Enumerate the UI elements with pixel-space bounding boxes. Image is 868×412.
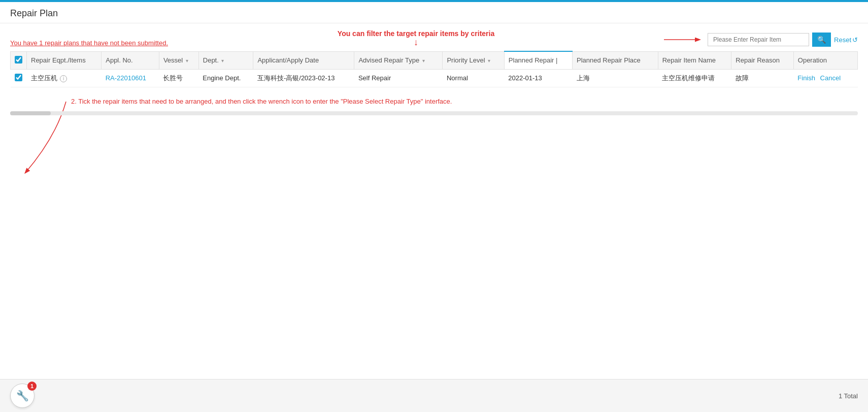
reset-label: Reset [834,36,851,44]
reset-button[interactable]: Reset ↺ [834,36,858,44]
dept-sort-icon[interactable]: ▾ [221,58,224,64]
row-priority-level: Normal [443,69,504,87]
right-arrow-icon [664,35,705,45]
content-area: You have 1 repair plans that have not be… [0,23,868,111]
search-icon: 🔍 [817,36,826,44]
search-section: 🔍 Reset ↺ [664,33,858,47]
row-operation: Finish Cancel [793,69,857,87]
header-priority-level: Priority Level ▾ [443,51,504,69]
row-repair-reason: 故障 [731,69,794,87]
header-appl-no: Appl. No. [102,51,159,69]
table-header-row: Repair Eqpt./Items Appl. No. Vessel ▾ De… [11,51,858,69]
header-vessel: Vessel ▾ [159,51,198,69]
filter-row: You have 1 repair plans that have not be… [10,29,858,47]
header-repair-eqpt: Repair Eqpt./Items [27,51,102,69]
filter-hint-text: You can filter the target repair items b… [338,29,494,38]
search-input[interactable] [708,33,809,46]
finish-link[interactable]: Finish [797,74,815,82]
page-header: Repair Plan [0,2,868,23]
row-planned-repair-place: 上海 [573,69,658,87]
table-row: 主空压机 i RA-22010601 长胜号 Engine Dept. 互海科技… [11,69,858,87]
warning-section: You have 1 repair plans that have not be… [10,39,168,47]
row-planned-repair: 2022-01-13 [504,69,572,87]
row-repair-eqpt: 主空压机 i [27,69,102,87]
priority-sort-icon[interactable]: ▾ [488,58,490,64]
header-checkbox[interactable] [15,56,22,64]
row-applicant-date: 互海科技-高银/2023-02-13 [253,69,354,87]
search-button[interactable]: 🔍 [812,33,831,47]
cancel-link[interactable]: Cancel [820,74,841,82]
filter-center: You can filter the target repair items b… [168,29,664,47]
row-dept: Engine Dept. [198,69,253,87]
page-title: Repair Plan [10,8,858,19]
vessel-sort-icon[interactable]: ▾ [186,58,188,64]
instruction-text: 2. Tick the repair items that need to be… [71,98,858,105]
info-icon[interactable]: i [60,75,67,82]
row-checkbox-col [11,69,27,87]
not-submitted-warning[interactable]: You have 1 repair plans that have not be… [10,39,168,47]
header-operation: Operation [793,51,857,69]
advised-repair-type-sort-icon[interactable]: ▾ [422,58,425,64]
header-repair-item-name: Repair Item Name [658,51,731,69]
reset-icon: ↺ [852,36,858,44]
header-repair-reason: Repair Reason [731,51,794,69]
scroll-area [0,111,868,150]
row-repair-item-name: 主空压机维修申请 [658,69,731,87]
instruction-arrow [15,97,117,150]
scroll-thumb [10,111,51,115]
repair-table: Repair Eqpt./Items Appl. No. Vessel ▾ De… [10,51,858,87]
row-vessel: 长胜号 [159,69,198,87]
header-applicant-date: Applicant/Apply Date [253,51,354,69]
row-checkbox[interactable] [15,74,22,81]
appl-no-link[interactable]: RA-22010601 [106,74,146,82]
header-planned-repair-place: Planned Repair Place [573,51,658,69]
header-checkbox-col [11,51,27,69]
row-appl-no: RA-22010601 [102,69,159,87]
down-arrow-icon: ↓ [414,38,418,47]
scroll-indicator[interactable] [10,111,858,115]
row-advised-repair-type: Self Repair [354,69,443,87]
header-planned-repair: Planned Repair | [504,51,572,69]
header-dept: Dept. ▾ [198,51,253,69]
header-advised-repair-type: Advised Repair Type ▾ [354,51,443,69]
